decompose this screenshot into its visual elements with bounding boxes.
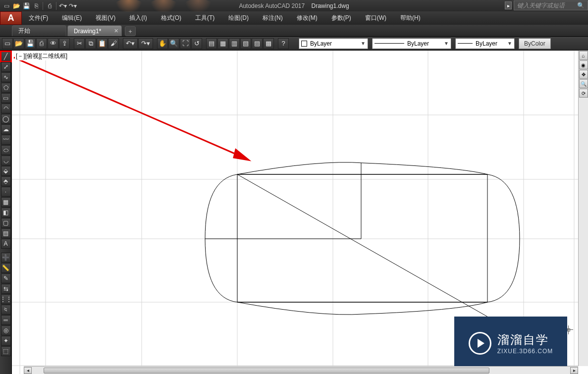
polyline-edit-tool[interactable]: ⺀	[1, 305, 11, 315]
sketch-tool[interactable]: ✎	[1, 273, 11, 283]
plot-icon[interactable]: ⎙	[36, 38, 47, 49]
pan-icon[interactable]: ✋	[157, 38, 168, 49]
vertical-scrollbar[interactable]: ⌂ ◉ ✥ 🔍 ⟳	[578, 51, 588, 366]
undo-icon[interactable]: ↶▾	[123, 38, 138, 49]
open-icon[interactable]: 📂	[12, 1, 21, 10]
polygon-tool[interactable]: ⬠	[1, 83, 11, 93]
nav-wheel-icon[interactable]: ◉	[579, 60, 588, 69]
match-properties-icon[interactable]: 🖌	[108, 38, 119, 49]
zoom-nav-icon[interactable]: 🔍	[579, 79, 588, 88]
saveas-icon[interactable]: ⎘	[32, 1, 41, 10]
menu-window[interactable]: 窗口(W)	[358, 11, 393, 25]
pan-nav-icon[interactable]: ✥	[579, 70, 588, 79]
array-tool[interactable]: ⋮⋮	[1, 294, 11, 304]
gradient-tool[interactable]: ◧	[1, 208, 11, 217]
menu-help[interactable]: 帮助(H)	[393, 11, 428, 25]
search-input[interactable]: 键入关键字或短语 🔍	[514, 0, 588, 10]
menu-format[interactable]: 格式(O)	[154, 11, 188, 25]
infocenter-toggle-icon[interactable]: ▸	[505, 1, 512, 9]
ellipse-arc-tool[interactable]: ◡	[1, 156, 11, 165]
publish-icon[interactable]: ⇪	[59, 38, 70, 49]
spline-tool[interactable]: 〰	[1, 135, 11, 145]
menu-view[interactable]: 视图(V)	[89, 11, 122, 25]
new-icon[interactable]: ▭	[2, 38, 13, 49]
polyline-tool[interactable]: ∿	[1, 72, 11, 82]
cut-icon[interactable]: ✂	[74, 38, 85, 49]
tab-start-label: 开始	[18, 27, 30, 35]
chevron-down-icon: ▼	[507, 41, 512, 46]
qcalc-icon[interactable]: ▩	[263, 38, 274, 49]
sheetset-icon[interactable]: ▧	[240, 38, 251, 49]
measure-tool[interactable]: 📏	[1, 263, 11, 273]
linetype-dropdown[interactable]: ByLayer ▼	[372, 38, 451, 49]
point-tool[interactable]: ·	[1, 187, 11, 197]
viewcube-home-icon[interactable]: ⌂	[579, 51, 588, 60]
plotstyle-button[interactable]: ByColor	[519, 38, 551, 49]
properties-icon[interactable]: ▤	[206, 38, 217, 49]
close-tab-icon[interactable]: ✕	[114, 28, 118, 34]
zoom-previous-icon[interactable]: ↺	[191, 38, 202, 49]
menu-parametric[interactable]: 参数(P)	[324, 11, 358, 25]
region-tool[interactable]: ▢	[1, 218, 11, 228]
save-icon[interactable]: 💾	[25, 38, 36, 49]
menu-modify[interactable]: 修改(M)	[290, 11, 324, 25]
redo-icon[interactable]: ↷▾	[138, 38, 153, 49]
lineweight-dropdown[interactable]: ByLayer ▼	[455, 38, 515, 49]
circle-tool[interactable]: ◯	[1, 114, 11, 124]
markup-icon[interactable]: ▨	[252, 38, 263, 49]
table-tool[interactable]: ▤	[1, 228, 11, 238]
paste-icon[interactable]: 📋	[97, 38, 107, 49]
menu-tools[interactable]: 工具(T)	[188, 11, 221, 25]
arc-tool[interactable]: ◠	[1, 104, 11, 113]
addselected-tool[interactable]: ➕	[1, 253, 11, 263]
point-style-tool[interactable]: ✦	[1, 336, 11, 346]
viewport-label[interactable]: [－][俯视][二维线框]	[15, 52, 68, 60]
line-tool[interactable]: ╱	[1, 52, 11, 61]
menu-draw[interactable]: 绘图(D)	[221, 11, 256, 25]
plot-icon[interactable]: ⎙	[45, 1, 54, 10]
zoom-window-icon[interactable]: ⛶	[180, 38, 191, 49]
tool-palettes-icon[interactable]: ▥	[229, 38, 240, 49]
new-tab-button[interactable]: ＋	[125, 26, 136, 36]
horizontal-scrollbar[interactable]: ◂ ▸	[24, 366, 578, 374]
drawing-canvas[interactable]: [－][俯视][二维线框] 溜溜自学 ZIXUE.3D66.COM ⌂ ◉ ✥ …	[12, 51, 588, 374]
menu-edit[interactable]: 编辑(E)	[55, 11, 89, 25]
tab-start[interactable]: 开始	[12, 25, 66, 36]
search-icon[interactable]: 🔍	[577, 1, 585, 10]
revision-cloud-tool[interactable]: ☁	[1, 124, 11, 134]
tab-drawing1[interactable]: Drawing1* ✕	[67, 25, 122, 36]
save-icon[interactable]: 💾	[22, 1, 31, 10]
rectangle-tool[interactable]: ▭	[1, 93, 11, 103]
undo-icon[interactable]: ↶▾	[58, 1, 67, 10]
hatch-tool[interactable]: ▦	[1, 197, 11, 207]
make-block-tool[interactable]: ⬘	[1, 176, 11, 186]
construction-line-tool[interactable]: ⤢	[1, 62, 11, 72]
ellipse-tool[interactable]: ⬭	[1, 145, 11, 155]
design-center-icon[interactable]: ▦	[217, 38, 228, 49]
plot-preview-icon[interactable]: 👁	[48, 38, 58, 49]
layer-color-dropdown[interactable]: ByLayer ▼	[299, 38, 368, 49]
menu-dimension[interactable]: 标注(N)	[256, 11, 290, 25]
svg-marker-22	[234, 150, 249, 160]
app-logo[interactable]: A	[0, 11, 22, 25]
new-icon[interactable]: ▭	[2, 1, 11, 10]
align-tool[interactable]: ⇆	[1, 284, 11, 294]
menu-insert[interactable]: 插入(I)	[122, 11, 154, 25]
scroll-thumb[interactable]	[44, 368, 489, 374]
multiline-tool[interactable]: ═	[1, 315, 11, 325]
scroll-right-icon[interactable]: ▸	[570, 367, 578, 374]
wipeout-tool[interactable]: ⬚	[1, 346, 11, 356]
text-tool[interactable]: A	[1, 239, 11, 249]
insert-block-tool[interactable]: ⬙	[1, 166, 11, 176]
redo-icon[interactable]: ↷▾	[68, 1, 77, 10]
open-icon[interactable]: 📂	[13, 38, 24, 49]
orbit-nav-icon[interactable]: ⟳	[579, 89, 588, 98]
donut-tool[interactable]: ◎	[1, 325, 11, 335]
document-tabs: 开始 Drawing1* ✕ ＋	[0, 25, 588, 37]
copy-icon[interactable]: ⧉	[85, 38, 96, 49]
menu-file[interactable]: 文件(F)	[22, 11, 55, 25]
help-icon[interactable]: ?	[278, 38, 289, 49]
zoom-realtime-icon[interactable]: 🔍	[168, 38, 179, 49]
scroll-left-icon[interactable]: ◂	[24, 367, 32, 374]
plotstyle-label: ByColor	[524, 40, 545, 47]
